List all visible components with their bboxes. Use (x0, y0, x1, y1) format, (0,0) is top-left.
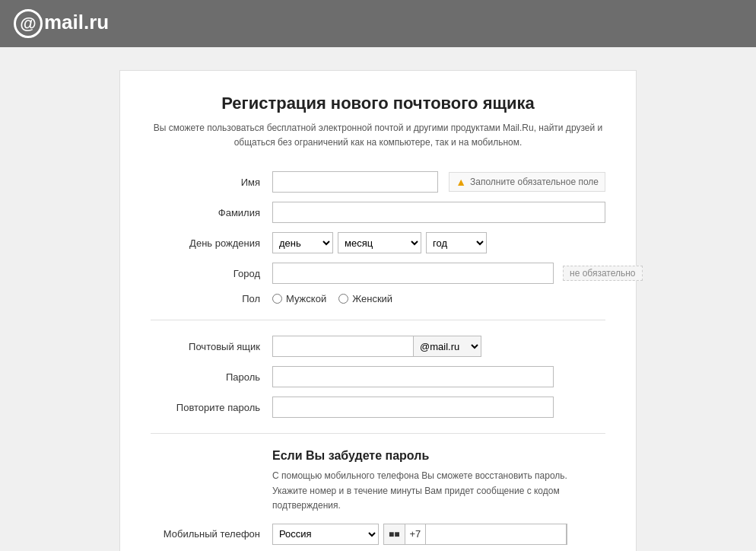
city-row: Город не обязательно (151, 263, 605, 284)
phone-prefix: +7 (405, 528, 426, 540)
forgot-password-section: Если Вы забудете пароль С помощью мобиль… (272, 449, 605, 513)
male-radio[interactable] (272, 294, 282, 304)
first-name-input[interactable] (272, 171, 438, 193)
first-name-field: ▲ Заполните обязательное поле (272, 171, 605, 193)
female-label: Женский (352, 293, 392, 304)
phone-input[interactable] (425, 524, 567, 545)
gender-label: Пол (151, 293, 272, 304)
section-divider-2 (151, 433, 605, 434)
confirm-password-field (272, 397, 605, 418)
logo-mail-text: mail (44, 11, 84, 33)
password-input[interactable] (272, 366, 554, 387)
radio-group: Мужской Женский (272, 293, 392, 304)
mailbox-field: @mail.ru @inbox.ru @list.ru @bk.ru (272, 336, 605, 357)
password-label: Пароль (151, 371, 272, 383)
section-divider-1 (151, 320, 605, 320)
last-name-field (272, 202, 605, 223)
logo: @mail.ru (14, 9, 109, 38)
confirm-password-input[interactable] (272, 397, 554, 418)
mailbox-row: Почтовый ящик @mail.ru @inbox.ru @list.r… (151, 336, 605, 357)
forgot-text-2: Укажите номер и в течение минуты Вам при… (272, 486, 560, 511)
first-name-row: Имя ▲ Заполните обязательное поле (151, 171, 605, 193)
mobile-label: Мобильный телефон (151, 528, 272, 540)
mailbox-input-group: @mail.ru @inbox.ru @list.ru @bk.ru (272, 336, 481, 357)
city-field: не обязательно (272, 263, 643, 284)
forgot-password-text: С помощью мобильного телефона Вы сможете… (272, 469, 605, 513)
main-content: Регистрация нового почтового ящика Вы см… (119, 70, 637, 551)
header: @mail.ru (0, 0, 756, 47)
first-name-label: Имя (151, 177, 272, 188)
phone-input-wrapper: ■■ +7 (383, 524, 567, 545)
confirm-password-label: Повторите пароль (151, 402, 272, 413)
page-subtitle: Вы сможете пользоваться бесплатной элект… (151, 121, 605, 150)
domain-select[interactable]: @mail.ru @inbox.ru @list.ru @bk.ru (414, 336, 481, 357)
page-title: Регистрация нового почтового ящика (151, 94, 605, 113)
last-name-row: Фамилия (151, 202, 605, 223)
female-radio[interactable] (338, 294, 348, 304)
mailbox-input[interactable] (272, 336, 414, 357)
phone-row: Россия ■■ +7 (272, 524, 567, 545)
city-input[interactable] (272, 263, 554, 284)
birthday-label: День рождения (151, 237, 272, 249)
phone-flag: ■■ (384, 524, 405, 544)
mailbox-label: Почтовый ящик (151, 341, 272, 352)
male-label: Мужской (286, 293, 326, 304)
password-field (272, 366, 605, 387)
validation-text: Заполните обязательное поле (470, 177, 599, 187)
password-row: Пароль (151, 366, 605, 387)
female-radio-label[interactable]: Женский (338, 293, 392, 304)
birthday-row: День рождения день for(let i=1;i<=31;i++… (151, 232, 605, 253)
confirm-password-row: Повторите пароль (151, 397, 605, 418)
month-select[interactable]: месяц Январь Февраль Март Апрель Май Июн… (338, 232, 421, 253)
year-select[interactable]: год for(let y=2024;y>=1900;y--) document… (426, 232, 487, 253)
warning-icon: ▲ (456, 176, 466, 188)
forgot-password-title: Если Вы забудете пароль (272, 449, 605, 463)
validation-message: ▲ Заполните обязательное поле (449, 172, 605, 192)
forgot-text-1: С помощью мобильного телефона Вы сможете… (272, 470, 567, 481)
male-radio-label[interactable]: Мужской (272, 293, 326, 304)
last-name-label: Фамилия (151, 207, 272, 218)
birthday-field: день for(let i=1;i<=31;i++) document.wri… (272, 232, 605, 253)
gender-field: Мужской Женский (272, 293, 605, 304)
country-select[interactable]: Россия (272, 524, 379, 545)
last-name-input[interactable] (272, 202, 605, 223)
optional-hint: не обязательно (563, 266, 643, 281)
city-label: Город (151, 268, 272, 279)
day-select[interactable]: день for(let i=1;i<=31;i++) document.wri… (272, 232, 333, 253)
mobile-row: Мобильный телефон Россия ■■ +7 (151, 524, 605, 545)
mobile-field: Россия ■■ +7 (272, 524, 605, 545)
logo-at-icon: @ (14, 9, 43, 38)
gender-row: Пол Мужской Женский (151, 293, 605, 304)
logo-ru-text: .ru (84, 11, 109, 33)
